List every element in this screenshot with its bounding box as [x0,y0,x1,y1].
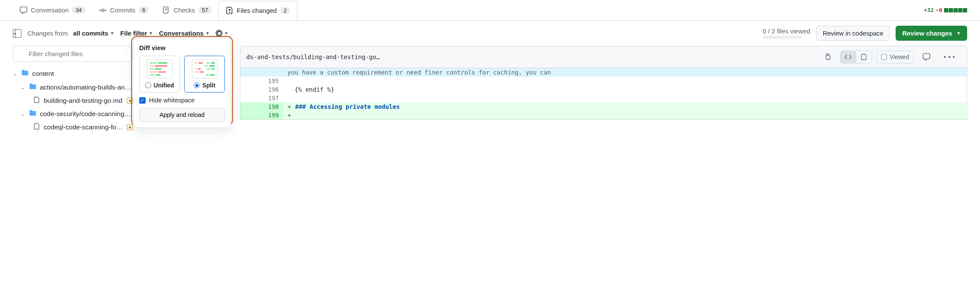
file-diff-icon [226,6,233,14]
chevron-down-icon: ⌄ [13,71,18,77]
changes-from-dropdown[interactable]: Changes from all commits▼ [27,30,114,37]
tab-checks[interactable]: Checks 57 [155,1,218,19]
comment-button[interactable] [918,51,935,63]
diff-squares [944,8,967,12]
file-menu-button[interactable]: ••• [939,51,961,63]
code-icon [845,54,852,60]
svg-rect-3 [826,55,830,60]
tab-files-changed[interactable]: Files changed 2 [218,1,298,20]
chevron-down-icon: ⌄ [21,111,26,117]
settings-dropdown[interactable]: ▼ [215,30,228,37]
caret-icon: ▼ [205,31,209,36]
hide-whitespace-checkbox[interactable]: ✓ Hide whitespace [139,97,225,104]
unified-preview-icon [147,60,173,78]
caret-icon: ▼ [110,31,114,36]
code-line[interactable] [283,77,967,85]
file-path: ds-and-tests/building-and-testing-go… [246,54,816,60]
caret-icon: ▼ [956,31,961,36]
file-header: ds-and-tests/building-and-testing-go… Vi… [240,46,967,68]
svg-point-0 [102,9,104,12]
copy-path-button[interactable] [820,51,836,63]
radio-icon [145,82,151,88]
checklist-icon [162,6,170,14]
tree-file[interactable]: codeql-code-scanning-for-… [13,121,133,134]
tab-label: Checks [173,6,195,14]
comment-icon [20,6,27,14]
copy-icon [825,54,831,60]
code-line[interactable]: {% endif %} [283,85,967,94]
viewed-progress [763,36,801,39]
filter-files-input[interactable] [13,46,133,62]
checkbox-empty-icon [881,54,887,60]
tab-count: 2 [280,7,290,14]
diff-stats: +32 −0 [924,7,967,13]
folder-icon [21,69,29,78]
rendered-view-button[interactable] [856,51,872,63]
tab-label: Commits [110,6,135,14]
sidebar-toggle[interactable]: ◂ [13,29,21,38]
split-preview-icon [192,60,218,78]
diff-mode-split[interactable]: Split [184,56,225,93]
modified-badge [127,98,133,104]
tab-count: 6 [139,6,149,14]
tree-label: actions/automating-builds-and-t… [40,84,133,91]
deletions: −0 [935,7,942,13]
checkbox-checked-icon: ✓ [139,97,146,104]
folder-icon [29,83,36,92]
comment-icon [923,53,930,61]
code-line-added[interactable]: +### Accessing private modules [283,102,967,111]
modified-badge [127,124,133,130]
file-tree-sidebar: ⌄ content ⌄ actions/automating-builds-an… [13,46,133,134]
popover-title: Diff view [139,44,225,51]
apply-reload-button[interactable]: Apply and reload [139,108,225,122]
tree-label: building-and-testing-go.md [44,97,123,105]
chevron-down-icon: ⌄ [21,85,26,90]
tree-folder[interactable]: ⌄ content [13,67,133,81]
tree-folder[interactable]: ⌄ code-security/code-scanning/cr… [13,107,133,121]
caret-icon: ▼ [224,31,228,36]
review-changes-button[interactable]: Review changes▼ [896,26,967,41]
tree-label: content [32,70,133,78]
caret-icon: ▼ [149,31,153,36]
code-line-added[interactable]: + [283,111,967,120]
file-icon [33,96,40,105]
additions: +32 [924,7,934,13]
source-view-button[interactable] [840,51,856,63]
tab-label: Conversation [31,6,69,14]
file-filter-dropdown[interactable]: File filter▼ [120,30,153,37]
radio-checked-icon [194,82,200,88]
tab-label: Files changed [237,7,277,14]
diff-settings-popover: Diff view Unified Split ✓ Hide wh [133,38,231,128]
commit-icon [99,6,107,14]
tree-label: code-security/code-scanning/cr… [40,110,133,118]
code-line[interactable] [283,94,967,102]
tree-folder[interactable]: ⌄ actions/automating-builds-and-t… [13,81,133,94]
file-icon [860,54,867,60]
hunk-header: you have a custom requirement or need fi… [283,68,967,77]
tree-label: codeql-code-scanning-for-… [44,123,123,131]
tree-file[interactable]: building-and-testing-go.md [13,94,133,107]
diff-body: you have a custom requirement or need fi… [240,68,967,120]
tab-count: 34 [72,6,85,14]
tab-count: 57 [198,6,211,14]
folder-icon [29,109,36,119]
viewed-toggle[interactable]: Viewed [876,51,914,63]
review-codespace-button[interactable]: Review in codespace [816,26,890,41]
tab-commits[interactable]: Commits 6 [92,1,155,19]
tab-conversation[interactable]: Conversation 34 [13,1,92,19]
gear-icon [215,30,223,37]
files-viewed-text: 0 / 2 files viewed [763,27,810,35]
diff-mode-unified[interactable]: Unified [139,56,180,93]
conversations-dropdown[interactable]: Conversations▼ [159,30,209,37]
file-icon [33,123,40,132]
